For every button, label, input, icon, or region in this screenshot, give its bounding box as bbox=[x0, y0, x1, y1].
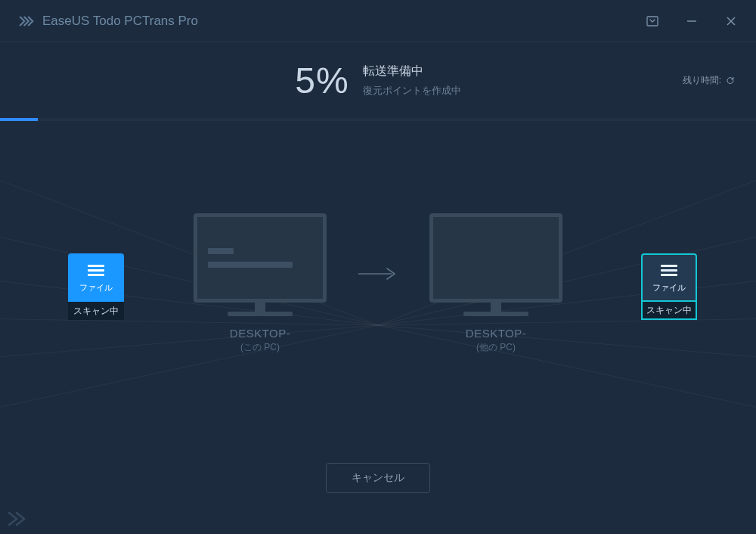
source-pc-name: DESKTOP- bbox=[230, 327, 290, 340]
pc-row: DESKTOP- (この PC) bbox=[0, 121, 756, 446]
refresh-icon bbox=[726, 76, 735, 85]
status-title: 転送準備中 bbox=[363, 64, 461, 79]
target-pc-role: (他の PC) bbox=[466, 341, 526, 354]
close-button[interactable] bbox=[721, 11, 741, 31]
menu-dropdown-icon[interactable] bbox=[643, 11, 662, 31]
titlebar: EaseUS Todo PCTrans Pro bbox=[0, 0, 756, 42]
app-title: EaseUS Todo PCTrans Pro bbox=[42, 14, 198, 29]
status-subtitle: 復元ポイントを作成中 bbox=[363, 84, 461, 98]
source-pc: DESKTOP- (この PC) bbox=[194, 213, 327, 354]
app-window: EaseUS Todo PCTrans Pro bbox=[0, 0, 756, 534]
status-row: 5% 転送準備中 復元ポイントを作成中 残り時間: bbox=[0, 42, 756, 118]
source-pc-role: (この PC) bbox=[230, 341, 290, 354]
main-area: ファイル スキャン中 ファイル スキャン中 bbox=[0, 121, 756, 446]
app-logo: EaseUS Todo PCTrans Pro bbox=[18, 13, 198, 29]
time-remaining: 残り時間: bbox=[683, 74, 735, 87]
pc-group: DESKTOP- (この PC) bbox=[194, 213, 562, 354]
minimize-button[interactable] bbox=[682, 11, 702, 31]
time-remaining-label: 残り時間: bbox=[683, 74, 721, 87]
progress-percent: 5% bbox=[295, 60, 349, 101]
target-pc: DESKTOP- (他の PC) bbox=[429, 213, 562, 354]
svg-rect-0 bbox=[647, 17, 658, 26]
footer: キャンセル bbox=[0, 446, 756, 534]
status-text: 転送準備中 復元ポイントを作成中 bbox=[363, 64, 461, 98]
monitor-icon bbox=[194, 213, 327, 316]
brand-watermark-icon bbox=[6, 510, 36, 528]
window-controls bbox=[643, 11, 741, 31]
cancel-button-label: キャンセル bbox=[352, 471, 404, 485]
transfer-arrow-icon bbox=[355, 265, 401, 283]
brand-glyph-icon bbox=[18, 13, 35, 29]
monitor-icon bbox=[429, 213, 562, 316]
cancel-button[interactable]: キャンセル bbox=[326, 463, 430, 493]
target-pc-name: DESKTOP- bbox=[466, 327, 526, 340]
